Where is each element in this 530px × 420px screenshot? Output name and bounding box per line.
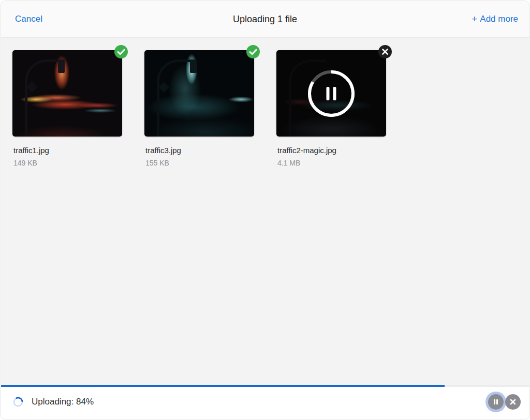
check-badge bbox=[246, 45, 260, 58]
cancel-button[interactable]: Cancel bbox=[15, 14, 42, 24]
remove-file-button[interactable] bbox=[378, 45, 392, 58]
close-icon bbox=[378, 45, 392, 58]
file-thumbnail[interactable] bbox=[276, 50, 386, 137]
close-icon bbox=[510, 399, 516, 405]
dialog-header: Cancel Uploading 1 file + Add more bbox=[1, 1, 529, 38]
traffic-light-silhouette bbox=[190, 59, 197, 73]
traffic-light-silhouette bbox=[58, 59, 65, 73]
traffic-pole-silhouette bbox=[157, 59, 194, 137]
check-badge bbox=[114, 45, 128, 58]
pause-icon bbox=[493, 399, 499, 405]
file-size: 155 KB bbox=[145, 159, 253, 167]
file-meta: traffic3.jpg 155 KB bbox=[144, 146, 254, 167]
file-meta: traffic1.jpg 149 KB bbox=[12, 146, 122, 167]
traffic-pole-silhouette bbox=[25, 59, 62, 137]
cancel-upload-button[interactable] bbox=[505, 394, 521, 410]
status-text: Uploading: 84% bbox=[32, 397, 94, 407]
file-progress-overlay[interactable] bbox=[276, 50, 386, 137]
file-list-area: traffic1.jpg 149 KB bbox=[1, 38, 529, 385]
file-name: traffic3.jpg bbox=[145, 146, 253, 155]
file-thumbnail[interactable] bbox=[12, 50, 122, 137]
file-grid: traffic1.jpg 149 KB bbox=[1, 38, 529, 167]
file-card: traffic1.jpg 149 KB bbox=[12, 50, 122, 167]
file-size: 149 KB bbox=[13, 159, 121, 167]
file-thumbnail[interactable] bbox=[144, 50, 254, 137]
file-meta: traffic2-magic.jpg 4.1 MB bbox=[276, 146, 386, 167]
pause-upload-button[interactable] bbox=[488, 394, 504, 410]
file-card: traffic2-magic.jpg 4.1 MB bbox=[276, 50, 386, 167]
file-card: traffic3.jpg 155 KB bbox=[144, 50, 254, 167]
thumbnail-image bbox=[12, 50, 122, 137]
pause-icon bbox=[327, 87, 336, 100]
file-size: 4.1 MB bbox=[277, 159, 385, 167]
upload-progress-track bbox=[1, 385, 529, 387]
status-bar-actions bbox=[488, 394, 521, 410]
plus-icon: + bbox=[472, 14, 477, 24]
add-more-label: Add more bbox=[480, 14, 518, 24]
thumbnail-image bbox=[144, 50, 254, 137]
file-name: traffic2-magic.jpg bbox=[277, 146, 385, 155]
dialog-title: Uploading 1 file bbox=[233, 14, 297, 25]
progress-ring bbox=[306, 69, 356, 118]
spinner-icon bbox=[12, 396, 24, 408]
upload-dialog: Cancel Uploading 1 file + Add more bbox=[1, 1, 529, 419]
checkmark-icon bbox=[246, 45, 260, 58]
file-name: traffic1.jpg bbox=[13, 146, 121, 155]
upload-progress-fill bbox=[1, 385, 445, 387]
add-more-button[interactable]: + Add more bbox=[472, 14, 518, 24]
checkmark-icon bbox=[114, 45, 128, 58]
status-bar: Uploading: 84% bbox=[1, 385, 529, 419]
